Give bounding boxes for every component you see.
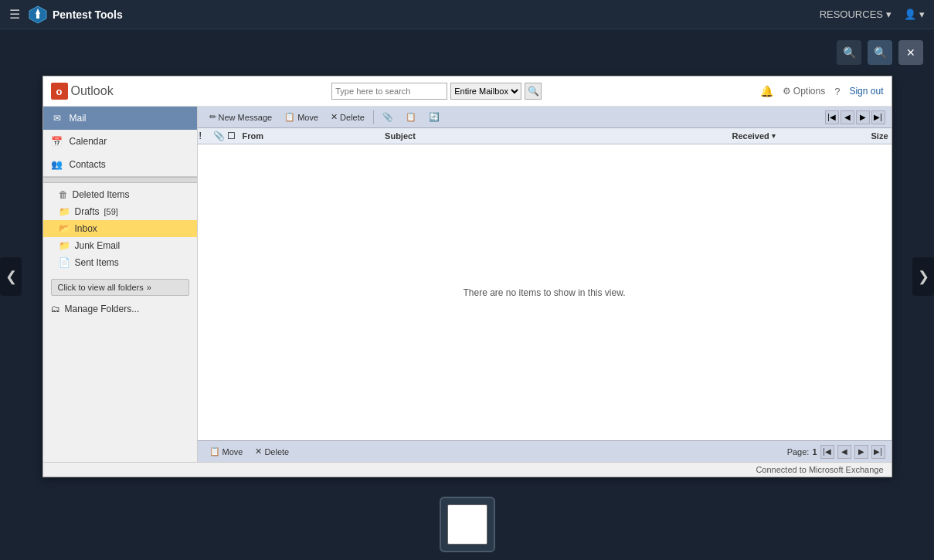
bottom-move-button[interactable]: 📋 Move — [204, 444, 249, 459]
paperclip-icon: 📎 — [382, 112, 393, 122]
toolbar-icon-3[interactable]: 🔄 — [423, 110, 445, 124]
left-chevron-icon: ❮ — [5, 268, 17, 285]
user-menu-button[interactable]: 👤 ▾ — [904, 8, 925, 20]
subject-column-header: Subject — [382, 131, 729, 141]
inbox-label: Inbox — [75, 223, 97, 234]
email-column-headers: ! 📎 ☐ From Subject Received ▾ Size — [198, 128, 892, 144]
first-page-button[interactable]: |◀ — [825, 110, 839, 124]
resources-button[interactable]: RESOURCES ▾ — [820, 8, 892, 20]
manage-folders-icon: 🗂 — [51, 304, 60, 314]
sidebar-calendar-label: Calendar — [70, 136, 107, 147]
junk-email-label: Junk Email — [75, 240, 121, 251]
outlook-body: ✉ Mail 📅 Calendar 👥 Contacts 🗑 — [43, 107, 892, 462]
outlook-logo: o Outlook — [51, 83, 114, 100]
sidebar-contacts-label: Contacts — [70, 159, 106, 170]
sent-items-label: Sent Items — [75, 257, 119, 268]
active-search-icon: 🔍 — [874, 46, 887, 59]
help-button[interactable]: ? — [834, 86, 840, 97]
refresh-icon: 🔄 — [429, 112, 440, 122]
paging-controls: |◀ ◀ ▶ ▶| — [825, 110, 885, 124]
drafts-badge: [59] — [104, 207, 118, 216]
sent-items-icon: 📄 — [59, 257, 70, 268]
bottom-last-page-button[interactable]: ▶| — [871, 445, 885, 459]
bottom-first-page-button[interactable]: |◀ — [820, 445, 834, 459]
outlook-search: Entire Mailbox 🔍 — [331, 83, 542, 100]
sidebar-item-contacts[interactable]: 👥 Contacts — [43, 153, 197, 176]
last-page-button[interactable]: ▶| — [871, 110, 885, 124]
received-column-header[interactable]: Received ▾ — [729, 131, 830, 141]
brand-logo-icon — [28, 5, 48, 25]
new-message-button[interactable]: ✏ New Message — [204, 110, 278, 124]
user-icon: 👤 — [904, 8, 916, 20]
hamburger-menu[interactable]: ☰ — [9, 7, 20, 22]
right-chevron-icon: ❯ — [918, 268, 929, 285]
bottom-prev-page-button[interactable]: ◀ — [837, 445, 851, 459]
empty-message: There are no items to show in this view. — [463, 287, 625, 298]
flag-column-header: ! — [198, 131, 212, 141]
search-toolbar: 🔍 🔍 ✕ — [0, 29, 934, 76]
expand-icon: » — [147, 283, 151, 292]
next-arrow[interactable]: ❯ — [912, 257, 934, 296]
drafts-label: Drafts — [75, 206, 100, 217]
outlook-sidebar: ✉ Mail 📅 Calendar 👥 Contacts 🗑 — [43, 107, 198, 462]
toolbar-icon-2[interactable]: 📋 — [400, 110, 422, 124]
svg-rect-2 — [36, 14, 39, 19]
toolbar-icon-1[interactable]: 📎 — [377, 110, 399, 124]
sidebar-item-mail[interactable]: ✉ Mail — [43, 107, 197, 130]
page-info: Page: 1 |◀ ◀ ▶ ▶| — [787, 445, 885, 459]
signout-button[interactable]: Sign out — [849, 86, 883, 97]
bottom-next-page-button[interactable]: ▶ — [854, 445, 868, 459]
clipboard-icon: 📋 — [406, 112, 416, 122]
sidebar-item-calendar[interactable]: 📅 Calendar — [43, 130, 197, 153]
from-column-header[interactable]: From — [239, 131, 382, 141]
prev-page-button[interactable]: ◀ — [841, 110, 854, 124]
bottom-thumbnail[interactable] — [440, 497, 495, 552]
bottom-delete-button[interactable]: ✕ Delete — [250, 444, 294, 459]
thumbnail-preview — [447, 504, 487, 545]
new-message-icon: ✏ — [209, 112, 216, 122]
contacts-icon: 👥 — [51, 158, 63, 171]
deleted-items-label: Deleted Items — [73, 189, 130, 200]
folder-inbox[interactable]: 📂 Inbox — [43, 220, 197, 237]
options-gear-icon: ⚙ — [783, 86, 791, 97]
view-all-folders-button[interactable]: Click to view all folders » — [51, 279, 189, 296]
search-scope-select[interactable]: Entire Mailbox — [450, 83, 521, 100]
search-button[interactable]: 🔍 — [837, 40, 861, 65]
top-navigation: ☰ Pentest Tools RESOURCES ▾ 👤 ▾ — [0, 0, 934, 29]
email-list-area: There are no items to show in this view. — [198, 144, 892, 440]
outlook-o-icon: o — [51, 83, 68, 100]
main-area: ❮ o Outlook Entire Mailbox 🔍 🔔 ⚙ — [0, 76, 934, 477]
next-page-button[interactable]: ▶ — [856, 110, 870, 124]
close-button[interactable]: ✕ — [898, 40, 923, 65]
folder-drafts[interactable]: 📁 Drafts [59] — [43, 203, 197, 220]
move-icon: 📋 — [284, 112, 295, 122]
manage-folders-button[interactable]: 🗂 Manage Folders... — [43, 300, 197, 317]
check-column-header: ☐ — [226, 131, 239, 141]
status-bar: Connected to Microsoft Exchange — [43, 462, 892, 477]
search-input[interactable] — [331, 83, 447, 100]
bottom-move-icon: 📋 — [209, 446, 220, 456]
delete-button[interactable]: ✕ Delete — [325, 110, 370, 124]
close-icon: ✕ — [906, 46, 915, 59]
outlook-main: ✏ New Message 📋 Move ✕ Delete 📎 — [198, 107, 892, 462]
nav-left: ☰ Pentest Tools — [9, 5, 123, 25]
bottom-delete-icon: ✕ — [255, 446, 262, 456]
active-search-button[interactable]: 🔍 — [868, 40, 892, 65]
folder-deleted-items[interactable]: 🗑 Deleted Items — [43, 186, 197, 203]
outlook-header: o Outlook Entire Mailbox 🔍 🔔 ⚙ Options ? — [43, 76, 892, 107]
attach-icon: 📎 — [213, 131, 225, 141]
options-button[interactable]: ⚙ Options — [783, 86, 825, 97]
folder-junk-email[interactable]: 📁 Junk Email — [43, 237, 197, 254]
sidebar-divider — [43, 177, 197, 183]
folder-sent-items[interactable]: 📄 Sent Items — [43, 254, 197, 271]
notification-icon[interactable]: 🔔 — [760, 85, 773, 97]
search-submit-icon: 🔍 — [528, 86, 539, 97]
check-icon: ☐ — [227, 131, 236, 141]
bottom-toolbar: 📋 Move ✕ Delete Page: 1 |◀ ◀ ▶ ▶| — [198, 440, 892, 462]
move-button[interactable]: 📋 Move — [279, 110, 324, 124]
outlook-window: o Outlook Entire Mailbox 🔍 🔔 ⚙ Options ? — [42, 76, 892, 477]
email-toolbar: ✏ New Message 📋 Move ✕ Delete 📎 — [198, 107, 892, 128]
prev-arrow[interactable]: ❮ — [0, 257, 22, 296]
sidebar-mail-label: Mail — [70, 113, 87, 124]
search-submit-button[interactable]: 🔍 — [525, 83, 542, 100]
